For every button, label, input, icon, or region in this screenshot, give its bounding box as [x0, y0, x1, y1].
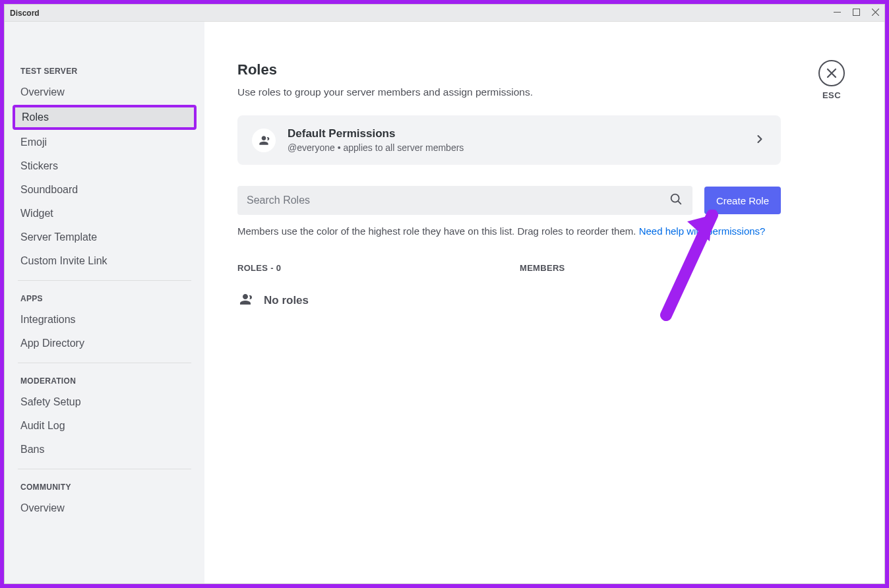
help-permissions-link[interactable]: Need help with permissions? — [639, 225, 766, 237]
sidebar-section-title: COMMUNITY — [13, 477, 197, 496]
sidebar-divider — [18, 363, 191, 363]
maximize-button[interactable] — [853, 8, 860, 18]
titlebar-title: Discord — [10, 9, 40, 18]
svg-rect-1 — [853, 9, 860, 16]
sidebar: TEST SERVEROverviewRolesEmojiStickersSou… — [5, 22, 204, 583]
close-settings-button[interactable]: ESC — [818, 60, 845, 100]
sidebar-item-overview[interactable]: Overview — [13, 81, 197, 103]
search-box[interactable] — [237, 186, 692, 215]
columns-header: ROLES - 0 MEMBERS — [237, 263, 781, 273]
search-input[interactable] — [247, 194, 669, 206]
permissions-text: Default Permissions @everyone • applies … — [288, 127, 741, 153]
sidebar-item-integrations[interactable]: Integrations — [13, 309, 197, 331]
sidebar-item-server-template[interactable]: Server Template — [13, 226, 197, 249]
titlebar: Discord — [5, 5, 884, 22]
sidebar-item-overview[interactable]: Overview — [13, 497, 197, 519]
close-icon — [818, 60, 845, 86]
sidebar-divider — [18, 280, 191, 281]
sidebar-item-custom-invite-link[interactable]: Custom Invite Link — [13, 250, 197, 272]
sidebar-section-title: APPS — [13, 289, 197, 307]
close-label: ESC — [822, 90, 841, 100]
sidebar-item-audit-log[interactable]: Audit Log — [13, 415, 197, 437]
svg-rect-0 — [834, 12, 841, 13]
sidebar-section-title: TEST SERVER — [13, 61, 197, 80]
titlebar-controls — [834, 8, 879, 18]
people-icon — [237, 291, 253, 310]
main-panel: ESC Roles Use roles to group your server… — [204, 22, 884, 583]
search-icon — [669, 192, 683, 209]
people-icon — [252, 129, 276, 152]
create-role-button[interactable]: Create Role — [704, 187, 781, 214]
default-permissions-card[interactable]: Default Permissions @everyone • applies … — [237, 115, 781, 165]
permissions-title: Default Permissions — [288, 127, 741, 140]
roles-column-header: ROLES - 0 — [237, 263, 520, 273]
empty-state: No roles — [237, 291, 845, 310]
sidebar-item-stickers[interactable]: Stickers — [13, 155, 197, 177]
permissions-subtitle: @everyone • applies to all server member… — [288, 142, 741, 153]
sidebar-item-safety-setup[interactable]: Safety Setup — [13, 391, 197, 413]
search-row: Create Role — [237, 186, 781, 215]
sidebar-divider — [18, 469, 191, 469]
app-window: Discord TEST SERVEROverviewRolesEmojiSti… — [4, 4, 885, 584]
sidebar-section-title: MODERATION — [13, 371, 197, 390]
sidebar-item-bans[interactable]: Bans — [13, 438, 197, 461]
sidebar-item-emoji[interactable]: Emoji — [13, 131, 197, 154]
close-window-button[interactable] — [872, 8, 879, 18]
minimize-button[interactable] — [834, 8, 841, 18]
empty-state-label: No roles — [264, 294, 309, 307]
page-subtitle: Use roles to group your server members a… — [237, 86, 845, 98]
sidebar-item-app-directory[interactable]: App Directory — [13, 332, 197, 355]
helper-text-body: Members use the color of the highest rol… — [237, 225, 639, 237]
content: TEST SERVEROverviewRolesEmojiStickersSou… — [5, 22, 884, 583]
chevron-right-icon — [753, 132, 766, 148]
members-column-header: MEMBERS — [520, 263, 781, 273]
sidebar-item-roles[interactable]: Roles — [13, 105, 197, 130]
sidebar-item-widget[interactable]: Widget — [13, 202, 197, 225]
page-title: Roles — [237, 61, 845, 78]
sidebar-item-soundboard[interactable]: Soundboard — [13, 179, 197, 201]
helper-text: Members use the color of the highest rol… — [237, 224, 781, 239]
